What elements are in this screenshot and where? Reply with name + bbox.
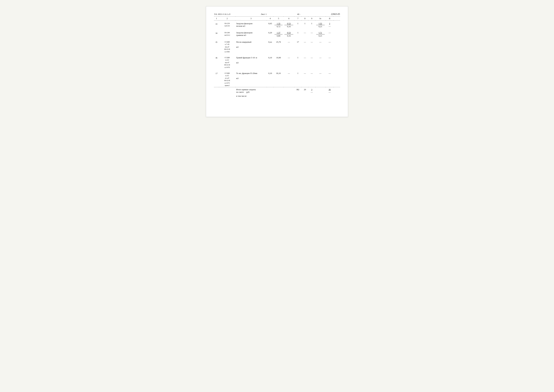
table-row (214, 21, 340, 22)
row-16-col8: — (301, 56, 308, 69)
col-4-header: 4 (267, 17, 274, 21)
header-left: Т.К. 0931-S 16.1.с9 (214, 13, 230, 15)
row-13-col8: I (301, 22, 308, 28)
col-5-header: 5 (274, 17, 284, 21)
row-13-col9: I (308, 22, 315, 28)
summary-col11: 36— (326, 88, 334, 94)
row-16-col4: 0,10 (267, 56, 274, 69)
col-11-header: II (326, 17, 334, 21)
col-2-header: 2 (219, 17, 235, 21)
row-16-col10: — (315, 56, 326, 69)
column-headers: I 2 3 4 5 6 7 8 9 Iо II (214, 17, 340, 21)
summary-col4 (267, 88, 274, 94)
summary-code (219, 88, 235, 94)
header: Т.К. 0931-S 16.1.с9 Лист 1 40 - 22663-05 (214, 13, 340, 15)
sub-summary-label: в том числе: (235, 94, 267, 98)
row-15-col10: — (315, 40, 326, 53)
row-17-col9: — (308, 72, 315, 87)
summary-col8: 20 (301, 88, 308, 94)
summary-col6 (284, 88, 294, 94)
row-13-desc: Загрузка фильтровпеском м3 (235, 22, 267, 28)
row-17-col6: — (284, 72, 294, 87)
col-9-header: 9 (308, 17, 315, 21)
col-10-header: Iо (315, 17, 326, 21)
row-13-col5: 1,35 0,72 (274, 22, 284, 28)
summary-col5 (274, 88, 284, 94)
row-14-col8: — (301, 31, 308, 38)
col-extra-header (334, 17, 340, 21)
row-15-col7: 17 (294, 40, 301, 53)
row-15-col8: — (301, 40, 308, 53)
row-17-col10: — (315, 72, 326, 87)
row-15-num: I5 (214, 40, 219, 53)
row-14-col10: I,71 0,21 (315, 31, 326, 38)
header-center: Лист 1 (261, 13, 267, 15)
row-16-code: ССЦМп.4-2пр-нТ06-I2-0Iп.I-070 (219, 56, 235, 69)
row-15-col5: 25,70 (274, 40, 284, 53)
col-6-header: 6 (284, 17, 294, 21)
row-14-col9: — (308, 31, 315, 38)
row-15-desc: Песок кварцевыйм3 (235, 40, 267, 53)
row-13: I3 Е6-259таб.3I-I Загрузка фильтровпеско… (214, 22, 340, 28)
sub-summary-empty (214, 94, 219, 98)
col-3-header: 3 (235, 17, 267, 21)
row-16-col6: — (284, 56, 294, 69)
row-13-code: Е6-259таб.3I-I (219, 22, 235, 28)
row-14-col6: 0,53 0,16 (284, 31, 294, 38)
row-17-num: 17 (214, 72, 219, 87)
row-13-col6: 0,53 0,16 (284, 22, 294, 28)
header-right: 22663-05 (331, 13, 340, 15)
row-17: 17 ССЦМп.4-5пт-нТ06-I2-0Iп.I-072прим.I Т… (214, 72, 340, 87)
summary-num (214, 88, 219, 94)
row-15-code: ССЦМп.7-45пр-дТ06-I2-0Iп.I-083 (219, 40, 235, 53)
row-16-col5: 10,90 (274, 56, 284, 69)
col-1-header: I (214, 17, 219, 21)
row-13-col11: 2— (326, 22, 334, 28)
row-13-col10: I,55 0,21 (315, 22, 326, 28)
row-14-col7: 1 (294, 31, 301, 38)
row-16-num: I6 (214, 56, 219, 69)
spacer-row (214, 38, 340, 40)
row-16-desc: Гравий фракции 5-10: мм3 (235, 56, 267, 69)
row-14-col5: 1,37 0,80 (274, 31, 284, 38)
spacer-row (214, 28, 340, 31)
row-14: I4 Е6-260таб.3I-2 Загрузка фильтровграви… (214, 31, 340, 38)
row-17-col7: I (294, 72, 301, 87)
row-14-desc: Загрузка фильтровгравием м3 (235, 31, 267, 38)
row-13-col7: I (294, 22, 301, 28)
summary-col10 (315, 88, 326, 94)
row-13-col4: 0,65 (267, 22, 274, 28)
row-17-desc: То же, фракции I5-20ммм3 (235, 72, 267, 87)
row-14-code: Е6-260таб.3I-2 (219, 31, 235, 38)
row-17-col8: — (301, 72, 308, 87)
row-17-code: ССЦМп.4-5пт-нТ06-I2-0Iп.I-072прим.I (219, 72, 235, 87)
row-14-col11: — (326, 31, 334, 38)
row-15-col6: — (284, 40, 294, 53)
row-16: I6 ССЦМп.4-2пр-нТ06-I2-0Iп.I-070 Гравий … (214, 56, 340, 69)
main-table: I 2 3 4 5 6 7 8 9 Iо II I3 Е6-259таб.3I-… (214, 16, 340, 98)
col-8-header: 8 (301, 17, 308, 21)
row-15: I5 ССЦМп.7-45пр-дТ06-I2-0Iп.I-083 Песок … (214, 40, 340, 53)
header-center2: 40 - (297, 13, 301, 15)
sub-summary-row: в том числе: (214, 94, 340, 98)
row-14-num: I4 (214, 31, 219, 38)
row-17-col5: I0,10 (274, 72, 284, 87)
spacer-row (214, 69, 340, 72)
row-15-col11: — (326, 40, 334, 53)
row-16-col7: I (294, 56, 301, 69)
spacer-row (214, 53, 340, 56)
summary-row: Итого прямые затратыпо смете руб. I82 20… (214, 88, 340, 94)
page: Т.К. 0931-S 16.1.с9 Лист 1 40 - 22663-05… (206, 6, 348, 117)
row-17-col11: — (326, 72, 334, 87)
summary-col9: 3— (308, 88, 315, 94)
summary-col7: I82 (294, 88, 301, 94)
col-7-header: 7 (294, 17, 301, 21)
summary-desc: Итого прямые затратыпо смете руб. (235, 88, 267, 94)
row-15-col9: — (308, 40, 315, 53)
row-17-col4: 0,10 (267, 72, 274, 87)
row-16-col9: — (308, 56, 315, 69)
row-13-num: I3 (214, 22, 219, 28)
row-14-col4: 0,20 (267, 31, 274, 38)
sub-summary-code (219, 94, 235, 98)
row-16-col11: — (326, 56, 334, 69)
